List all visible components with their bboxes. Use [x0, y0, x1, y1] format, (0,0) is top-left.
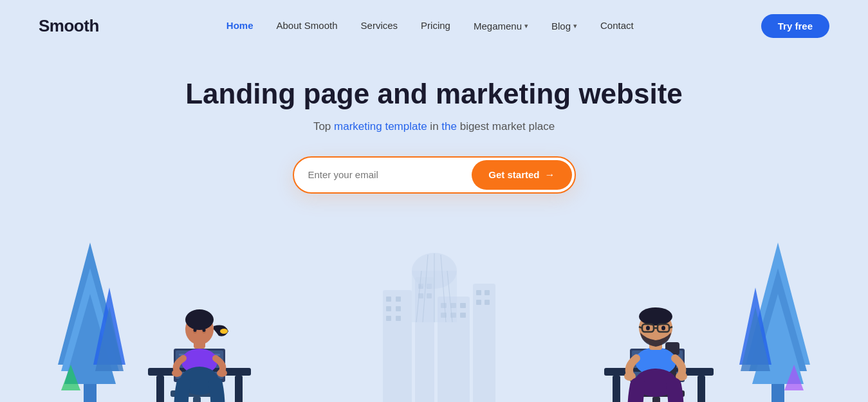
email-form: Get started →: [293, 156, 576, 194]
figure-right-man: [591, 236, 733, 402]
svg-rect-9: [396, 316, 401, 321]
get-started-button[interactable]: Get started →: [472, 160, 571, 190]
svg-point-94: [661, 325, 665, 330]
try-free-button[interactable]: Try free: [761, 14, 829, 38]
svg-point-62: [185, 309, 214, 330]
email-input[interactable]: [294, 160, 470, 189]
svg-point-87: [639, 307, 672, 325]
svg-rect-47: [156, 376, 164, 402]
nav-item-about[interactable]: About Smooth: [277, 20, 338, 32]
svg-rect-80: [652, 397, 660, 402]
hero-subtitle: Top marketing template in the bigest mar…: [313, 120, 555, 133]
svg-rect-16: [460, 303, 466, 308]
svg-rect-41: [771, 384, 784, 402]
svg-rect-21: [485, 290, 490, 295]
svg-rect-6: [386, 306, 391, 311]
nav-item-pricing[interactable]: Pricing: [421, 20, 450, 32]
svg-point-57: [172, 369, 182, 377]
svg-rect-70: [613, 376, 620, 402]
svg-rect-5: [396, 297, 401, 302]
tree-left: [51, 236, 129, 402]
nav-item-blog[interactable]: Blog: [551, 21, 577, 32]
nav-item-contact[interactable]: Contact: [600, 20, 634, 32]
svg-rect-20: [476, 290, 481, 295]
svg-point-63: [220, 329, 228, 334]
svg-point-67: [203, 328, 206, 332]
svg-rect-22: [476, 300, 481, 305]
tree-right: [739, 236, 817, 402]
svg-rect-55: [193, 397, 201, 402]
hero-illustration: [0, 219, 868, 402]
logo: Smooth: [39, 16, 99, 36]
svg-point-66: [194, 328, 197, 332]
nav-item-home[interactable]: Home: [226, 20, 254, 32]
svg-rect-34: [84, 384, 97, 402]
hero-title: Landing page and marketing website: [185, 77, 683, 111]
svg-rect-4: [386, 297, 391, 302]
svg-rect-19: [460, 313, 466, 318]
hero-section: Landing page and marketing website Top m…: [0, 51, 868, 402]
nav-item-megamenu[interactable]: Megamenu: [474, 21, 528, 32]
arrow-icon: →: [545, 169, 555, 181]
svg-rect-23: [485, 300, 490, 305]
svg-rect-7: [396, 306, 401, 311]
mountain-background: [273, 251, 595, 402]
figure-left-woman: [135, 236, 264, 402]
svg-rect-8: [386, 316, 391, 321]
svg-point-93: [646, 325, 650, 330]
nav-item-services[interactable]: Services: [361, 20, 398, 32]
navbar: Smooth Home About Smooth Services Pricin…: [0, 0, 868, 51]
svg-rect-69: [697, 376, 705, 402]
nav-links: Home About Smooth Services Pricing Megam…: [226, 20, 634, 32]
svg-rect-46: [235, 376, 243, 402]
svg-point-58: [217, 369, 227, 377]
